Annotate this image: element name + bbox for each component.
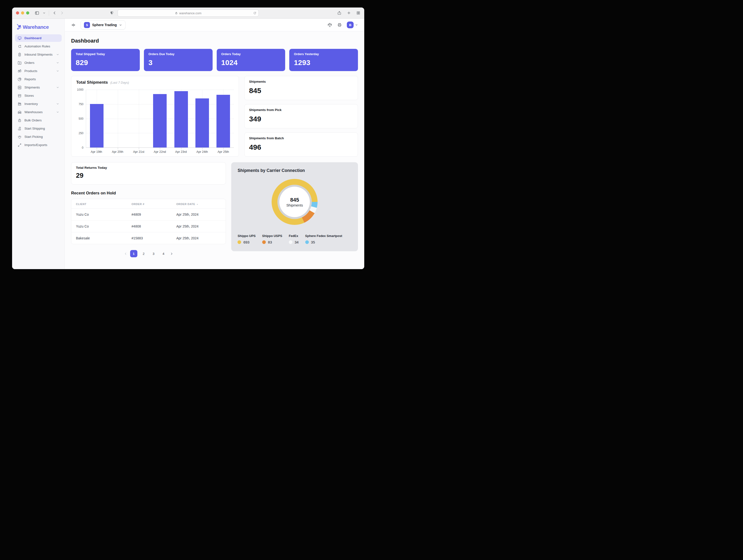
workspace-selector[interactable]: S Sphere Trading bbox=[81, 20, 126, 30]
sidebar-item-orders[interactable]: Orders bbox=[15, 59, 62, 66]
back-button[interactable] bbox=[52, 11, 56, 15]
plot-area bbox=[86, 90, 234, 148]
pagination-page-4[interactable]: 4 bbox=[160, 250, 167, 257]
pagination-page-3[interactable]: 3 bbox=[150, 250, 157, 257]
sidebar-item-start-picking[interactable]: Start Picking bbox=[15, 133, 62, 140]
dashboard-content: Dashboard Total Shipped Today 829 Orders… bbox=[65, 32, 364, 269]
sidebar-toggle-icon[interactable] bbox=[35, 11, 39, 15]
user-menu[interactable]: B bbox=[347, 21, 358, 28]
side-stats-column: Shipments 845 Shipments from Pick 349 Sh… bbox=[244, 76, 358, 157]
browser-window: warehance.com bbox=[12, 7, 364, 269]
app-topbar: S Sphere Trading bbox=[65, 18, 364, 32]
orders-icon bbox=[17, 61, 22, 65]
traffic-lights bbox=[16, 11, 29, 14]
sidebar: Warehance Dashboard Automation Rules Inb… bbox=[12, 18, 65, 269]
sidebar-item-shipments[interactable]: Shipments bbox=[15, 84, 62, 91]
sidebar-item-start-shipping[interactable]: Start Shipping bbox=[15, 125, 62, 132]
table-row[interactable]: Yuzu Co #4808 Apr 25th, 2024 bbox=[71, 221, 226, 232]
pagination-next-button[interactable] bbox=[170, 252, 173, 255]
sidebar-item-automation-rules[interactable]: Automation Rules bbox=[15, 43, 62, 50]
sidebar-item-products[interactable]: Products bbox=[15, 67, 62, 75]
column-header-order-number[interactable]: ORDER # bbox=[127, 199, 172, 209]
pagination-page-1[interactable]: 1 bbox=[130, 250, 137, 257]
sidebar-item-warehouses[interactable]: Warehouses bbox=[15, 108, 62, 116]
column-header-client[interactable]: CLIENT bbox=[71, 199, 127, 209]
inventory-icon bbox=[17, 102, 22, 106]
close-window-button[interactable] bbox=[16, 11, 19, 14]
address-bar[interactable]: warehance.com bbox=[118, 9, 259, 17]
lock-icon bbox=[175, 12, 178, 14]
forward-button[interactable] bbox=[60, 11, 64, 15]
sidebar-item-reports[interactable]: Reports bbox=[15, 76, 62, 83]
recent-orders-title: Recent Orders on Hold bbox=[71, 191, 226, 196]
bar bbox=[174, 91, 188, 147]
chevron-down-icon bbox=[355, 24, 358, 27]
toolbar-chevron-down-icon[interactable] bbox=[43, 12, 45, 14]
stat-card-shipments: Shipments 845 bbox=[244, 76, 358, 100]
sidebar-item-bulk-orders[interactable]: Bulk Orders bbox=[15, 116, 62, 124]
privacy-shield-icon[interactable] bbox=[110, 11, 114, 15]
bar bbox=[195, 98, 209, 147]
sidebar-item-inbound-shipments[interactable]: Inbound Shipments bbox=[15, 51, 62, 58]
tab-overview-icon[interactable] bbox=[356, 11, 360, 15]
chevron-down-icon bbox=[56, 102, 59, 105]
column-header-order-date[interactable]: ORDER DATE▲ bbox=[172, 199, 226, 209]
carrier-donut: 845 Shipments bbox=[272, 179, 317, 225]
sidebar-item-inventory[interactable]: Inventory bbox=[15, 100, 62, 107]
dashboard-icon bbox=[17, 36, 22, 40]
legend-item-sphere-fedex-smartpost: Sphere Fedex Smartpost 35 bbox=[305, 234, 342, 244]
stat-card-shipments-from-batch: Shipments from Batch 496 bbox=[244, 133, 358, 157]
new-tab-icon[interactable] bbox=[347, 11, 351, 15]
sidebar-collapse-icon[interactable] bbox=[71, 23, 76, 27]
zoom-window-button[interactable] bbox=[26, 11, 29, 14]
stat-card-row: Total Shipped Today 829 Orders Due Today… bbox=[71, 49, 358, 71]
stat-card-shipments-from-pick: Shipments from Pick 349 bbox=[244, 104, 358, 128]
handtruck-icon bbox=[16, 24, 23, 30]
sidebar-item-dashboard[interactable]: Dashboard bbox=[15, 34, 62, 42]
legend-item-shippo-ups: Shippo UPS 693 bbox=[237, 234, 255, 244]
bulk-orders-icon bbox=[17, 118, 22, 123]
bar bbox=[90, 104, 103, 147]
chart-subtitle: (Last 7 Days) bbox=[110, 81, 129, 84]
reload-icon[interactable] bbox=[253, 12, 256, 15]
legend-dot bbox=[289, 240, 293, 244]
pagination-page-2[interactable]: 2 bbox=[140, 250, 147, 257]
share-icon[interactable] bbox=[337, 11, 342, 15]
user-avatar: B bbox=[347, 21, 354, 28]
warehance-logo[interactable]: Warehance bbox=[15, 22, 62, 34]
print-icon[interactable] bbox=[337, 22, 342, 27]
legend-dot bbox=[305, 240, 309, 244]
legend-dot bbox=[237, 240, 241, 244]
stat-card-orders-yesterday: Orders Yesterday 1293 bbox=[289, 49, 358, 71]
toolbar-divider bbox=[49, 10, 49, 16]
stat-card-total-shipped-today: Total Shipped Today 829 bbox=[71, 49, 140, 71]
browser-toolbar: warehance.com bbox=[12, 7, 364, 18]
sidebar-item-imports-exports[interactable]: Imports/Exports bbox=[15, 141, 62, 149]
total-shipments-chart-card: Total Shipments (Last 7 Days) 1000 750 5… bbox=[71, 76, 239, 157]
sidebar-item-stores[interactable]: Stores bbox=[15, 92, 62, 99]
table-row[interactable]: Bakesale #15883 Apr 25th, 2024 bbox=[71, 232, 226, 244]
chevron-down-icon bbox=[119, 24, 122, 27]
reports-icon bbox=[17, 77, 22, 82]
shipments-by-carrier-panel: Shipments by Carrier Connection 845 Ship… bbox=[231, 162, 358, 251]
shipments-icon bbox=[17, 85, 22, 90]
legend-item-fedex: FedEx 34 bbox=[289, 234, 299, 244]
donut-center: 845 Shipments bbox=[279, 187, 310, 217]
sidebar-nav: Dashboard Automation Rules Inbound Shipm… bbox=[15, 34, 62, 149]
chart-title: Total Shipments bbox=[76, 80, 108, 85]
start-picking-icon bbox=[17, 135, 22, 139]
minimize-window-button[interactable] bbox=[21, 11, 24, 14]
logo-text: Warehance bbox=[23, 24, 49, 30]
page-title: Dashboard bbox=[71, 38, 358, 44]
stat-card-total-returns-today: Total Returns Today 29 bbox=[71, 162, 226, 185]
stores-icon bbox=[17, 94, 22, 98]
y-axis: 1000 750 500 250 0 bbox=[76, 90, 86, 148]
pagination-prev-button[interactable] bbox=[124, 252, 127, 255]
billing-scale-icon[interactable] bbox=[327, 22, 332, 28]
x-axis-labels: Apr 19th Apr 20th Apr 21st Apr 22nd Apr … bbox=[86, 150, 234, 153]
legend-dot bbox=[262, 240, 266, 244]
pagination: 1 2 3 4 bbox=[71, 250, 226, 257]
table-row[interactable]: Yuzu Co #4809 Apr 25th, 2024 bbox=[71, 209, 226, 221]
workspace-avatar: S bbox=[84, 22, 90, 28]
inbound-shipments-icon bbox=[17, 52, 22, 57]
